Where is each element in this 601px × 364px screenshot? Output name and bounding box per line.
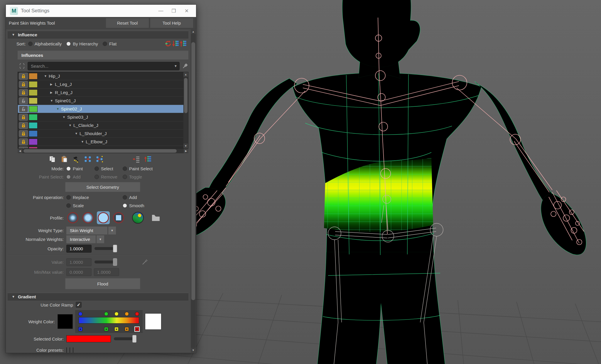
- tree-expand-icon[interactable]: ▶: [50, 91, 55, 94]
- select-geometry-button[interactable]: Select Geometry: [65, 182, 140, 192]
- lock-icon[interactable]: [19, 147, 28, 149]
- ramp-stop-delete[interactable]: ✕: [135, 327, 139, 331]
- ramp-stop-handle[interactable]: [104, 312, 108, 316]
- normalize-weights-dropdown[interactable]: Interactive ▼: [66, 235, 104, 243]
- color-ramp-widget[interactable]: ✕✕✕✕✕: [75, 310, 143, 333]
- tree-expand-icon[interactable]: ▼: [81, 140, 86, 143]
- tree-expand-icon[interactable]: ▼: [56, 107, 61, 110]
- slider-handle[interactable]: [132, 335, 136, 343]
- tree-expand-icon[interactable]: ▼: [63, 115, 67, 119]
- color-preset-button[interactable]: [70, 347, 70, 353]
- gradient-section-header[interactable]: ▼ Gradient: [8, 293, 188, 300]
- sort-list-down-icon[interactable]: [172, 40, 180, 47]
- lock-icon[interactable]: [19, 81, 28, 88]
- scroll-up-icon[interactable]: ▲: [183, 72, 188, 77]
- joint-row[interactable]: ▼ L_Shoulder_J: [18, 130, 183, 138]
- lock-icon[interactable]: [19, 130, 28, 137]
- folder-icon[interactable]: [151, 214, 160, 222]
- tree-expand-icon[interactable]: ▼: [50, 99, 55, 102]
- use-color-ramp-checkbox[interactable]: ✓: [76, 302, 82, 308]
- ramp-stop-delete[interactable]: ✕: [78, 327, 82, 331]
- joint-color-swatch[interactable]: [29, 81, 38, 88]
- hammer-weights-icon[interactable]: [72, 155, 80, 163]
- mode-select-option[interactable]: Select: [94, 166, 123, 171]
- lock-icon[interactable]: [19, 122, 28, 129]
- pin-icon[interactable]: [182, 63, 188, 69]
- lock-icon[interactable]: [19, 106, 28, 113]
- joint-row[interactable]: ▼ Hip_J: [18, 72, 183, 80]
- panel-vertical-scrollbar[interactable]: ▲ ▼: [191, 29, 196, 353]
- joint-color-swatch[interactable]: [29, 98, 38, 104]
- joint-color-swatch[interactable]: [29, 130, 38, 137]
- joint-row[interactable]: ▼ Spine03_J: [18, 113, 183, 121]
- color-preset-button[interactable]: [73, 347, 73, 353]
- mode-paint-select-option[interactable]: Paint Select: [123, 166, 153, 171]
- influence-joint-list[interactable]: ▼ Hip_J ▶ L_Leg_J ▶ R_Leg_J: [18, 72, 188, 149]
- joint-row[interactable]: ▼ Spine01_J: [18, 97, 183, 105]
- joint-list-vertical-scrollbar[interactable]: ▲ ▼: [183, 72, 188, 148]
- paint-op-add-option[interactable]: Add: [123, 195, 137, 200]
- scrollbar-thumb[interactable]: [23, 149, 177, 153]
- joint-color-swatch[interactable]: [29, 106, 38, 112]
- lock-icon[interactable]: [19, 114, 28, 121]
- close-button[interactable]: ✕: [180, 6, 193, 15]
- influence-section-header[interactable]: ▼ Influence: [8, 31, 188, 38]
- paint-op-smooth-option[interactable]: Smooth: [123, 203, 144, 208]
- paste-weights-icon[interactable]: [60, 155, 68, 163]
- scrollbar-thumb[interactable]: [184, 78, 188, 113]
- brush-soft-icon[interactable]: [82, 211, 94, 224]
- joint-row[interactable]: ▼ Spine02_J: [18, 105, 183, 113]
- selected-color-swatch[interactable]: [66, 335, 111, 342]
- lock-icon[interactable]: [19, 73, 28, 80]
- lock-icon[interactable]: [19, 89, 28, 96]
- joint-color-swatch[interactable]: [29, 73, 38, 79]
- tool-help-button[interactable]: Tool Help: [150, 18, 193, 28]
- weight-type-dropdown[interactable]: Skin Weight ▼: [66, 227, 116, 234]
- opacity-slider[interactable]: [94, 247, 116, 250]
- paint-op-scale-option[interactable]: Scale: [66, 203, 123, 208]
- joint-color-swatch[interactable]: [29, 122, 38, 129]
- flood-button[interactable]: Flood: [65, 278, 140, 289]
- brush-square-icon[interactable]: [112, 211, 125, 224]
- tree-expand-icon[interactable]: ▶: [50, 83, 55, 86]
- color-preset-button[interactable]: [66, 347, 67, 353]
- search-input[interactable]: [28, 62, 180, 70]
- copy-weights-icon[interactable]: [49, 155, 56, 163]
- maximize-button[interactable]: ❒: [167, 6, 180, 15]
- weight-color-low-swatch[interactable]: [58, 314, 73, 329]
- tree-expand-icon[interactable]: ▼: [69, 124, 73, 127]
- ramp-stop-delete[interactable]: ✕: [104, 327, 108, 331]
- copy-influence-list-icon[interactable]: [133, 155, 140, 163]
- move-weights-right-icon[interactable]: [84, 155, 92, 163]
- ramp-stop-handle[interactable]: [135, 312, 139, 316]
- sort-list-up-icon[interactable]: [180, 40, 187, 47]
- scroll-down-icon[interactable]: ▼: [183, 144, 188, 148]
- sort-flat-option[interactable]: Flat: [103, 41, 117, 46]
- scroll-left-icon[interactable]: ◀: [18, 149, 22, 153]
- paint-op-replace-option[interactable]: Replace: [66, 195, 123, 200]
- joint-color-swatch[interactable]: [29, 139, 38, 145]
- brush-solid-icon[interactable]: [97, 211, 110, 224]
- scrollbar-thumb[interactable]: [191, 42, 195, 300]
- brush-image-sphere-icon[interactable]: [131, 211, 144, 224]
- slider-handle[interactable]: [113, 245, 117, 252]
- joint-row[interactable]: ▼ L_Elbow_J: [18, 138, 183, 146]
- ramp-stop-delete[interactable]: ✕: [114, 327, 119, 331]
- ramp-stop-handle[interactable]: [125, 312, 129, 316]
- scroll-up-icon[interactable]: ▲: [191, 29, 196, 34]
- sort-alphabetically-option[interactable]: Alphabetically: [28, 41, 62, 46]
- weight-color-high-swatch[interactable]: [145, 313, 161, 330]
- joint-row[interactable]: [18, 146, 183, 149]
- selected-color-slider[interactable]: [114, 337, 136, 340]
- color-ramp-bar[interactable]: [79, 317, 139, 324]
- ramp-stop-handle[interactable]: [114, 312, 119, 316]
- selection-brackets-icon[interactable]: [19, 63, 25, 69]
- tree-expand-icon[interactable]: ▼: [75, 132, 80, 135]
- move-weights-left-icon[interactable]: [96, 155, 103, 163]
- refresh-influences-icon[interactable]: [164, 40, 172, 47]
- joint-row[interactable]: ▶ L_Leg_J: [18, 80, 183, 89]
- joint-row[interactable]: ▶ R_Leg_J: [18, 89, 183, 97]
- opacity-field[interactable]: 1.0000: [66, 245, 92, 253]
- joint-list-horizontal-scrollbar[interactable]: ◀ ▶: [18, 149, 188, 153]
- ramp-stop-handle[interactable]: [78, 312, 82, 316]
